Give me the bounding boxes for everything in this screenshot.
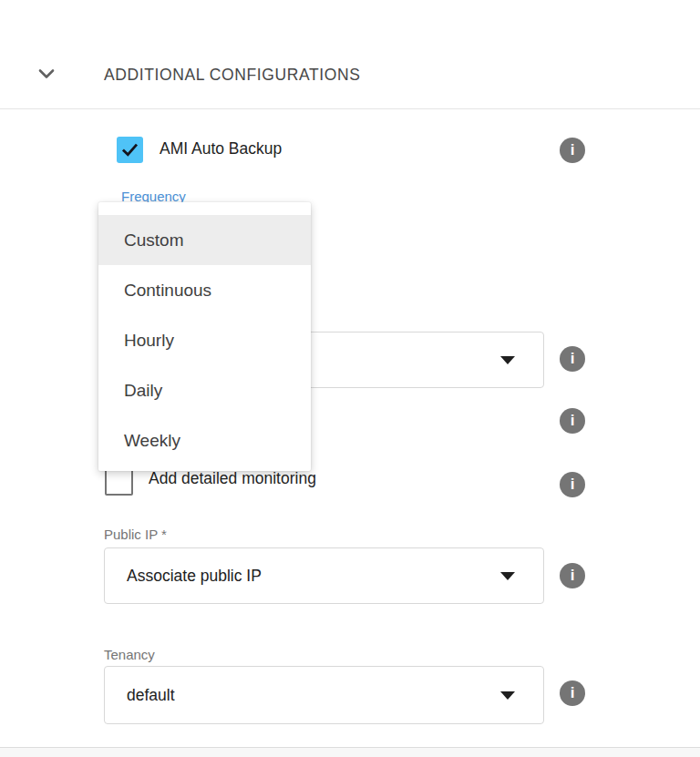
hidden-row-info-icon[interactable]: i [560,408,585,434]
tenancy-value: default [127,667,175,723]
detailed-monitoring-checkbox[interactable] [105,467,133,496]
menu-option-weekly[interactable]: Weekly [98,415,311,465]
public-ip-select[interactable]: Associate public IP [104,547,544,604]
frequency-info-icon[interactable]: i [560,346,585,372]
ami-auto-backup-checkbox[interactable] [117,137,143,163]
additional-configurations-panel: ADDITIONAL CONFIGURATIONS AMI Auto Backu… [0,0,700,757]
public-ip-info-icon[interactable]: i [560,563,585,588]
menu-option-continuous[interactable]: Continuous [98,265,311,315]
dropdown-caret-icon [500,691,515,700]
menu-option-custom[interactable]: Custom [98,215,311,265]
frequency-dropdown-menu: Custom Continuous Hourly Daily Weekly [98,202,311,471]
ami-auto-backup-info-icon[interactable]: i [560,138,585,163]
dropdown-caret-icon [500,572,515,580]
tenancy-select[interactable]: default [104,666,544,724]
tenancy-info-icon[interactable]: i [560,680,585,706]
menu-option-daily[interactable]: Daily [98,365,311,415]
tenancy-label: Tenancy [104,646,155,664]
chevron-down-icon[interactable] [36,63,57,85]
menu-option-hourly[interactable]: Hourly [98,315,311,365]
bottom-strip [0,748,700,757]
detailed-monitoring-info-icon[interactable]: i [560,472,585,497]
public-ip-value: Associate public IP [127,548,262,603]
ami-auto-backup-label: AMI Auto Backup [160,139,282,159]
dropdown-caret-icon [500,356,515,364]
checkmark-icon [120,140,139,159]
section-title: ADDITIONAL CONFIGURATIONS [104,64,360,86]
section-divider [0,108,700,109]
public-ip-label: Public IP * [104,526,167,544]
